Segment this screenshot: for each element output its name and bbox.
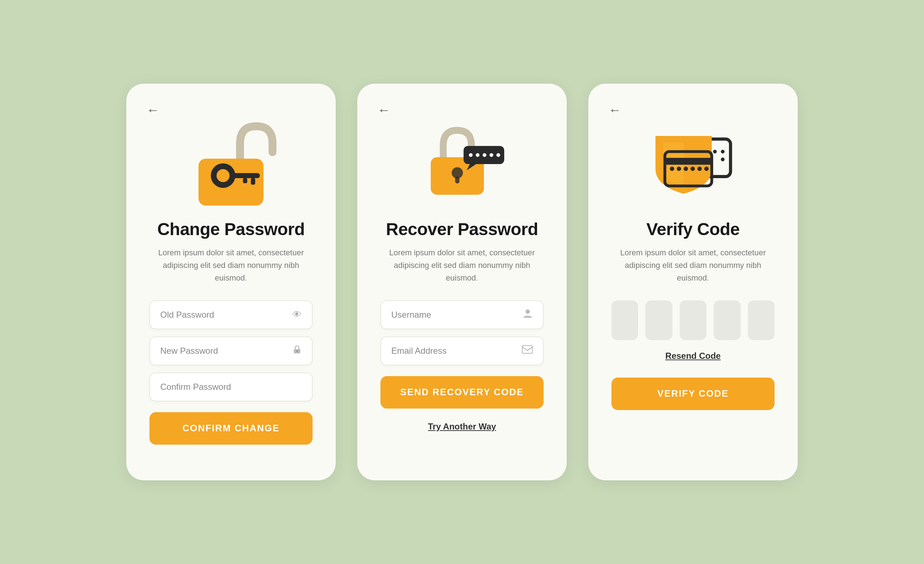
new-password-label: New Password [160, 346, 218, 356]
svg-point-24 [713, 150, 717, 153]
svg-rect-3 [231, 173, 260, 178]
svg-point-15 [483, 153, 486, 157]
svg-point-17 [496, 153, 500, 157]
username-field[interactable]: Username [380, 301, 544, 329]
svg-rect-4 [251, 178, 255, 185]
svg-point-33 [704, 167, 708, 171]
svg-rect-5 [243, 178, 247, 183]
change-password-card: ← Change Password Lorem ipsum dolor sit … [126, 84, 336, 480]
verify-code-icon [646, 112, 740, 206]
person-icon [523, 308, 533, 321]
code-box-4[interactable] [714, 301, 740, 340]
svg-point-28 [670, 167, 674, 171]
email-icon [522, 345, 533, 356]
code-box-5[interactable] [748, 301, 775, 340]
username-label: Username [391, 310, 431, 320]
email-field[interactable]: Email Address [380, 337, 544, 365]
email-label: Email Address [391, 346, 447, 356]
svg-point-2 [217, 169, 230, 182]
svg-rect-10 [455, 177, 459, 184]
lock-icon [292, 345, 302, 357]
svg-rect-34 [665, 158, 712, 165]
recover-password-desc: Lorem ipsum dolor sit amet, consectetuer… [386, 246, 538, 284]
svg-point-32 [698, 167, 702, 171]
change-password-desc: Lorem ipsum dolor sit amet, consectetuer… [155, 246, 307, 284]
back-arrow-recover[interactable]: ← [378, 102, 390, 118]
change-password-title: Change Password [158, 219, 305, 239]
send-recovery-code-button[interactable]: SEND RECOVERY CODE [380, 376, 544, 408]
confirm-change-button[interactable]: CONFIRM CHANGE [149, 412, 313, 444]
cards-container: ← Change Password Lorem ipsum dolor sit … [126, 84, 798, 480]
svg-point-31 [690, 167, 695, 171]
svg-point-18 [525, 310, 530, 314]
svg-point-25 [721, 150, 724, 153]
old-password-label: Old Password [160, 310, 214, 320]
old-password-field[interactable]: Old Password 👁 [149, 301, 313, 329]
eye-icon: 👁 [292, 309, 302, 320]
svg-point-7 [296, 350, 298, 352]
svg-point-30 [684, 167, 688, 171]
code-box-3[interactable] [680, 301, 706, 340]
verify-code-title: Verify Code [646, 219, 740, 239]
verify-code-button[interactable]: VERIFY CODE [611, 378, 775, 410]
svg-point-26 [721, 158, 724, 161]
svg-rect-19 [522, 346, 532, 353]
svg-point-29 [677, 167, 681, 171]
code-box-2[interactable] [645, 301, 672, 340]
confirm-password-field[interactable]: Confirm Password [149, 373, 313, 401]
svg-point-13 [469, 153, 472, 157]
confirm-password-label: Confirm Password [160, 382, 231, 392]
verify-code-desc: Lorem ipsum dolor sit amet, consectetuer… [617, 246, 769, 284]
recover-password-card: ← Recover Pa [357, 84, 567, 480]
svg-point-16 [489, 153, 493, 157]
verify-code-card: ← [588, 84, 798, 480]
try-another-way-link[interactable]: Try Another Way [428, 422, 496, 432]
resend-code-link[interactable]: Resend Code [665, 351, 720, 361]
svg-point-14 [476, 153, 479, 157]
recover-password-icon [415, 112, 509, 206]
code-box-1[interactable] [611, 301, 638, 340]
back-arrow-verify[interactable]: ← [609, 102, 621, 118]
new-password-field[interactable]: New Password [149, 337, 313, 365]
back-arrow-change[interactable]: ← [147, 102, 159, 118]
code-input-group [611, 301, 775, 340]
recover-password-title: Recover Password [386, 219, 538, 239]
change-password-icon [184, 112, 278, 206]
